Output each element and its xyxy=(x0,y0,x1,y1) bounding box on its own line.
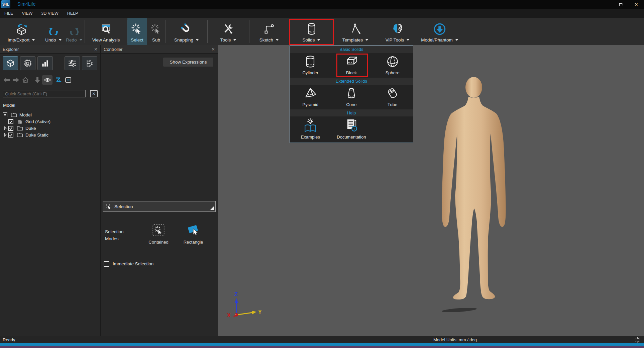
duke-model[interactable] xyxy=(431,76,518,310)
selection-section-header[interactable]: Selection xyxy=(103,201,216,212)
selection-modes-label: Selection Modes xyxy=(105,229,133,243)
statusbar: Ready Model Units: mm / deg xyxy=(0,336,644,343)
tree-structure-icon xyxy=(85,59,94,68)
checked-checkbox[interactable] xyxy=(8,119,13,124)
toolbar-button-vip-tools[interactable]: ViP Tools xyxy=(377,18,418,45)
explorer-view-model-button[interactable] xyxy=(3,56,18,70)
menu-item-sphere[interactable]: Sphere xyxy=(372,53,413,78)
restore-button[interactable] xyxy=(613,0,629,9)
toolbar-button-redo[interactable]: Redo xyxy=(64,18,85,45)
toolbar-button-undo[interactable]: Undo xyxy=(43,18,64,45)
menu-3d-view[interactable]: 3D VIEW xyxy=(37,11,63,16)
close-button[interactable]: ✕ xyxy=(629,0,644,9)
explorer-header: Explorer ✕ xyxy=(0,45,100,54)
controller-close-icon[interactable]: ✕ xyxy=(211,47,215,52)
explorer-panel: Explorer ✕ xyxy=(0,45,100,336)
toolbar-button-imp-export[interactable]: Imp/Export xyxy=(0,18,43,45)
axis-z-label: Z xyxy=(234,291,238,297)
cone-icon xyxy=(344,86,359,101)
explorer-close-icon[interactable]: ✕ xyxy=(94,47,98,52)
menu-item-pyramid[interactable]: Pyramid xyxy=(290,85,331,109)
menu-section-help: Help xyxy=(290,109,413,116)
caret-down-icon xyxy=(455,39,458,41)
titlebar: S4L Sim4Life — ✕ xyxy=(0,0,644,9)
menu-help[interactable]: HELP xyxy=(63,11,83,16)
axis-y-label: Y xyxy=(258,309,262,315)
compass-icon xyxy=(349,21,362,37)
immediate-selection-checkbox[interactable] xyxy=(104,261,109,267)
highlight-box-block xyxy=(336,54,368,77)
toolbar-button-model-phantom[interactable]: Model/Phantom xyxy=(418,18,461,45)
axes-triad: Z Y X xyxy=(222,289,262,325)
cylinder-icon xyxy=(303,54,317,69)
selection-mode-contained[interactable]: Contained xyxy=(142,224,175,245)
toolbar-button-view-analysis[interactable]: View Analysis xyxy=(85,18,127,45)
tree-row-grid[interactable]: Grid (Active) xyxy=(0,118,100,125)
controller-title: Controller xyxy=(104,47,122,52)
menu-item-cone[interactable]: Cone xyxy=(331,85,372,109)
toolbar-button-templates[interactable]: Templates xyxy=(334,18,377,45)
filters-icon xyxy=(68,59,77,68)
tree-row-duke[interactable]: Duke xyxy=(0,125,100,132)
down-arrow-icon[interactable] xyxy=(33,76,41,84)
selection-mode-rectangle[interactable]: Rectangle xyxy=(177,224,209,245)
checked-checkbox[interactable] xyxy=(8,133,13,138)
menu-item-tube[interactable]: Tube xyxy=(372,85,413,109)
folder-icon xyxy=(16,125,23,131)
expand-triangle-icon[interactable] xyxy=(3,126,8,130)
toolbar-button-snapping[interactable]: Snapping xyxy=(166,18,207,45)
explorer-view-simulation-button[interactable] xyxy=(20,56,35,70)
menu-item-examples[interactable]: Examples xyxy=(290,116,331,143)
explorer-title: Explorer xyxy=(3,47,19,52)
menu-item-cylinder[interactable]: Cylinder xyxy=(290,53,331,78)
folder-icon xyxy=(16,132,23,138)
caret-down-icon xyxy=(365,39,368,41)
menu-file[interactable]: FILE xyxy=(0,11,17,16)
zoom-to-icon[interactable] xyxy=(55,76,63,84)
examples-icon xyxy=(303,118,318,133)
controller-panel: Controller ✕ Show Expressions Selection xyxy=(101,45,218,336)
chip-icon xyxy=(23,59,32,68)
brain-icon xyxy=(391,21,404,37)
partial-checkbox[interactable] xyxy=(3,112,7,117)
select-cursor-icon xyxy=(131,21,143,37)
show-expressions-button[interactable]: Show Expressions xyxy=(163,58,213,67)
immediate-selection-row[interactable]: Immediate Selection xyxy=(104,261,153,267)
model-tree: Model Grid (Active) xyxy=(0,111,100,138)
sketch-icon xyxy=(263,21,276,37)
minimize-button[interactable]: — xyxy=(598,0,613,9)
documentation-icon: i xyxy=(344,118,359,133)
collapse-corner-icon[interactable] xyxy=(210,206,214,210)
forward-arrow-icon[interactable] xyxy=(12,76,20,84)
progress-bar xyxy=(0,343,644,346)
toolbar-button-sketch[interactable]: Sketch xyxy=(249,18,289,45)
toolbar-button-tools[interactable]: Tools xyxy=(208,18,249,45)
menu-item-documentation[interactable]: i Documentation xyxy=(331,116,372,143)
model-phantom-icon xyxy=(433,21,446,37)
tube-icon xyxy=(385,86,400,101)
eye-icon[interactable] xyxy=(42,75,52,85)
select-cursor-icon xyxy=(106,203,112,209)
toolbar-button-sub[interactable]: Sub xyxy=(147,18,166,45)
folder-icon xyxy=(10,112,17,117)
caret-down-icon xyxy=(32,39,35,41)
caret-down-icon xyxy=(276,39,279,41)
menubar: FILE VIEW 3D VIEW HELP xyxy=(0,9,644,18)
home-icon[interactable] xyxy=(21,76,29,84)
quick-search-input[interactable] xyxy=(3,90,86,97)
checked-checkbox[interactable] xyxy=(8,126,13,131)
collapse-all-icon[interactable] xyxy=(64,76,72,84)
viewport-3d[interactable]: Z Y X xyxy=(218,45,644,336)
tree-row-model[interactable]: Model xyxy=(0,111,100,118)
expand-triangle-icon[interactable] xyxy=(3,133,8,137)
tree-row-duke-static[interactable]: Duke Static xyxy=(0,132,100,138)
pyramid-icon xyxy=(303,86,318,101)
view-analysis-icon xyxy=(100,21,112,37)
explorer-hierarchy-button[interactable] xyxy=(82,56,97,70)
explorer-view-analysis-button[interactable] xyxy=(37,56,53,70)
back-arrow-icon[interactable] xyxy=(3,76,11,84)
menu-view[interactable]: VIEW xyxy=(17,11,37,16)
explorer-filter-button[interactable] xyxy=(65,56,80,70)
clear-search-icon[interactable]: ✕ xyxy=(90,90,98,97)
toolbar-button-select[interactable]: Select xyxy=(127,18,147,45)
